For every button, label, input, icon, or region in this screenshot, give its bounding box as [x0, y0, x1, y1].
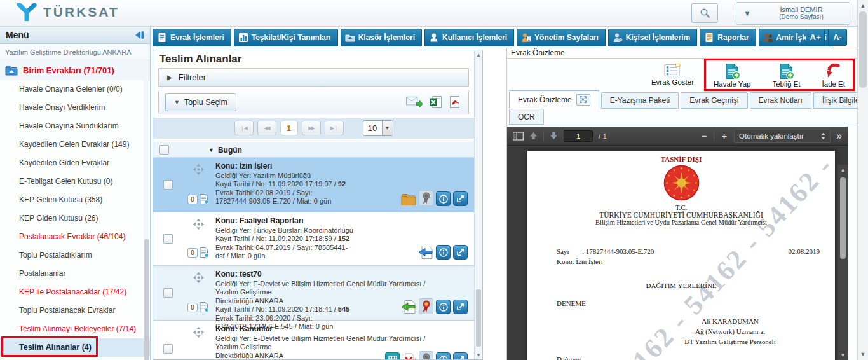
document-add-icon[interactable] — [199, 247, 209, 258]
font-decrease-button[interactable]: A- — [828, 29, 847, 46]
pagination-first-button[interactable]: ❘◀ — [234, 121, 254, 135]
scroll-down-arrow[interactable]: ▼ — [838, 352, 848, 358]
tab-teskilat-kisi-tanimlari[interactable]: Teşkilat/Kişi Tanımları — [234, 29, 338, 46]
export-pdf-icon[interactable] — [449, 96, 461, 108]
sidebar-item[interactable]: Havale Onayına Gelenler (0/0) — [0, 80, 150, 99]
filters-expander[interactable]: ▶ Filtreler — [158, 68, 469, 87]
row-checkbox[interactable] — [163, 344, 173, 354]
scroll-down-arrow[interactable]: ▼ — [858, 351, 868, 357]
tab-raporlar[interactable]: Raporlar — [700, 29, 756, 46]
user-menu[interactable]: ▼ İsmail DEMİR (Demo Sayfası) — [736, 2, 850, 25]
sidebar-item[interactable]: Postalanacak Evraklar (46/104) — [0, 228, 150, 246]
pdf-scrollbar-thumb[interactable] — [840, 177, 846, 259]
row-checkbox[interactable] — [163, 234, 173, 244]
remove-document-icon[interactable] — [402, 352, 416, 360]
sidebar-item[interactable]: Kaydedilen Gelen Evraklar (149) — [0, 135, 150, 154]
zoom-level-select[interactable]: Otomatik yakınlaştır — [734, 129, 831, 143]
tab-evrak-islemleri[interactable]: Evrak İşlemleri — [153, 29, 231, 46]
open-document-icon[interactable] — [453, 245, 468, 260]
page-down-icon[interactable] — [550, 132, 558, 140]
sidebar-item[interactable]: Toplu Postalanacak Evraklar — [0, 301, 150, 320]
group-checkbox[interactable] — [159, 145, 169, 155]
list-scrollbar[interactable]: ▲ ▼ — [474, 50, 482, 359]
list-item[interactable]: 0 Konu: test70 Geldiği Yer: E-Devlet ve … — [153, 266, 474, 321]
show-document-button[interactable]: Evrak Göster — [651, 64, 694, 86]
scroll-up-arrow[interactable]: ▲ — [858, 0, 868, 9]
sidebar-scrollbar[interactable] — [144, 80, 149, 360]
note-count-badge[interactable]: 0 — [187, 195, 198, 204]
send-mail-icon[interactable] — [406, 96, 423, 109]
drag-move-icon[interactable] — [193, 219, 204, 230]
row-checkbox[interactable] — [163, 288, 173, 298]
page-size-select[interactable]: 10 ▼ — [363, 120, 393, 136]
sidebar-item[interactable]: Teslim Alınmayı Bekleyenler (7/14) — [0, 320, 150, 338]
export-excel-icon[interactable] — [430, 96, 442, 108]
drag-move-icon[interactable] — [193, 272, 204, 283]
sidebar-item-birim-evraklari[interactable]: Birim Evrakları (71/701) — [0, 60, 150, 80]
font-increase-button[interactable]: A+ — [806, 29, 825, 46]
info-icon[interactable] — [436, 352, 451, 360]
table-view-icon[interactable] — [385, 352, 400, 360]
info-icon[interactable] — [436, 191, 451, 206]
expand-preview-button[interactable] — [576, 94, 590, 106]
sidebar-item[interactable]: Havale Onayı Verdiklerim — [0, 99, 150, 117]
sidebar-toggle-icon[interactable] — [513, 132, 524, 141]
tab-e-yazisma-paketi[interactable]: E-Yazışma Paketi — [601, 92, 679, 109]
open-document-icon[interactable] — [453, 300, 468, 314]
sidebar-item[interactable]: E-Tebligat Gelen Kutusu (0) — [0, 172, 150, 191]
teblig-et-button[interactable]: Tebliğ Et — [772, 63, 800, 88]
zoom-in-button[interactable]: + — [720, 130, 728, 141]
signature-seal-icon[interactable] — [419, 351, 433, 360]
iade-et-button[interactable]: İade Et — [822, 63, 845, 88]
open-document-icon[interactable] — [453, 191, 468, 206]
sidebar-item[interactable]: Kaydedilen Giden Evraklar — [0, 154, 150, 172]
sidebar-item[interactable]: Toplu Postaladıklarım — [0, 246, 150, 265]
scroll-up-arrow[interactable]: ▲ — [475, 50, 482, 59]
page-number-input[interactable] — [564, 130, 593, 142]
info-icon[interactable] — [436, 300, 451, 314]
info-icon[interactable] — [436, 245, 451, 260]
tab-kullanici-islemleri[interactable]: Kullanıcı İşlemleri — [424, 29, 514, 46]
tab-evrak-onizleme[interactable]: Evrak Önizleme — [509, 90, 599, 109]
scroll-down-arrow[interactable]: ▼ — [475, 350, 482, 359]
return-document-green-icon[interactable] — [400, 300, 416, 314]
toolbar-more-icon[interactable]: » — [836, 130, 842, 142]
pagination-prev-button[interactable]: ◀◀ — [257, 121, 276, 135]
pdf-scrollbar[interactable]: ▲ ▼ — [838, 165, 848, 360]
list-item[interactable]: 0 Konu: Faaliyet Raporları Geldiği Yer: … — [153, 212, 474, 266]
scroll-up-arrow[interactable]: ▲ — [838, 165, 848, 173]
search-button[interactable] — [691, 3, 718, 23]
sidebar-scrollbar-thumb[interactable] — [144, 239, 149, 360]
note-count-badge[interactable]: 0 — [187, 303, 198, 312]
document-add-icon[interactable] — [199, 302, 209, 312]
havale-yap-button[interactable]: Havale Yap — [714, 63, 750, 88]
sidebar-item[interactable]: Postalananlar — [0, 265, 150, 283]
open-document-icon[interactable] — [453, 352, 468, 360]
tab-ocr[interactable]: OCR — [509, 109, 544, 125]
signature-seal-icon[interactable] — [419, 190, 433, 206]
group-header-today[interactable]: ▼ Bugün — [153, 142, 474, 158]
pagination-current-page[interactable]: 1 — [280, 121, 298, 135]
list-scrollbar-thumb[interactable] — [476, 289, 481, 347]
signature-seal-red-icon[interactable] — [419, 298, 433, 314]
tab-yonetim-sayfalari[interactable]: Yönetim Sayfaları — [517, 29, 606, 46]
tab-evrak-notlari[interactable]: Evrak Notları — [750, 92, 811, 109]
pagination-last-button[interactable]: ▶❘ — [325, 121, 344, 135]
page-scrollbar[interactable]: ▲ ▼ — [857, 0, 868, 360]
tab-kisisel-islemlerim[interactable]: Kişisel İşlemlerim — [608, 29, 697, 46]
row-checkbox[interactable] — [163, 180, 173, 190]
sidebar-item[interactable]: KEP ile Postalanacaklar (17/42) — [0, 283, 150, 301]
zoom-out-button[interactable]: − — [700, 130, 709, 141]
drag-move-icon[interactable] — [193, 164, 204, 175]
sidebar-item-teslim-alinanlar-selected[interactable]: Teslim Alınanlar (4) — [0, 338, 150, 357]
list-item[interactable]: 0 Konu: Kanunlar Geldiği Yer: E-Devlet v… — [153, 321, 474, 360]
sidebar-item[interactable]: KEP Giden Kutusu (26) — [0, 209, 150, 228]
note-count-badge[interactable]: 0 — [187, 248, 198, 258]
bulk-select-button[interactable]: ▼ Toplu Seçim — [165, 93, 236, 111]
list-item[interactable]: 0 Konu: İzin İşleri Geldiği Yer: Yazılım… — [153, 158, 474, 212]
sidebar-item[interactable]: Havale Onayına Sunduklarım — [0, 117, 150, 135]
sidebar-item[interactable]: KEP Gelen Kutusu (358) — [0, 191, 150, 209]
collapse-sidebar-icon[interactable] — [133, 31, 144, 39]
tab-klasor-islemleri[interactable]: Klasör İşlemleri — [341, 29, 422, 46]
pagination-next-button[interactable]: ▶▶ — [302, 121, 321, 135]
